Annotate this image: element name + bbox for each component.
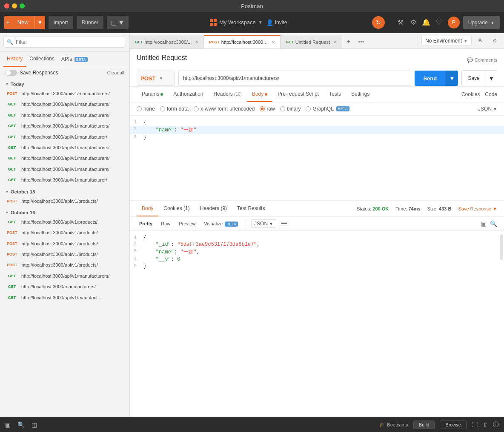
settings-icon[interactable]: ⚙ — [410, 19, 417, 26]
body-opt-binary[interactable]: binary — [280, 106, 301, 112]
eye-icon[interactable]: 👁 — [474, 35, 486, 47]
layout-bottom-icon[interactable]: ◫ — [32, 421, 37, 428]
send-button[interactable]: Send — [415, 71, 445, 86]
settings-env-icon[interactable]: ⚙ — [489, 35, 501, 47]
tab-collections[interactable]: Collections — [26, 51, 58, 67]
workspace-button[interactable]: My Workspace ▼ — [210, 19, 263, 26]
runner-button[interactable]: Runner — [77, 16, 103, 29]
sync-button[interactable]: ↻ — [372, 16, 385, 29]
search-input[interactable] — [3, 37, 126, 48]
save-button[interactable]: Save — [462, 71, 485, 86]
tab-body[interactable]: Body — [247, 87, 272, 102]
body-opt-form-data[interactable]: form-data — [160, 106, 189, 112]
save-dropdown-button[interactable]: ▼ — [486, 71, 497, 86]
new-button-label[interactable]: New — [13, 19, 33, 26]
new-button-arrow[interactable]: ▼ — [34, 16, 45, 29]
copy-response-button[interactable]: ▣ — [481, 220, 487, 227]
tab-tests[interactable]: Tests — [324, 87, 346, 102]
close-button[interactable] — [4, 3, 9, 9]
tab-post-active[interactable]: POST http://localhost:3000/... ✕ — [204, 35, 281, 48]
format-pretty-button[interactable]: Pretty — [137, 220, 155, 227]
list-item[interactable]: GET http://localhost:3000/api/v1/manufac… — [0, 175, 129, 185]
grid-icon[interactable]: ▣ — [5, 421, 11, 428]
list-item[interactable]: POST http://localhost:3000/api/v1/produc… — [0, 239, 129, 249]
list-item[interactable]: GET http://localhost:3000/api/v1/product… — [0, 217, 129, 227]
list-item[interactable]: GET http://localhost:3000/api/v1/manufac… — [0, 271, 129, 281]
close-tab-icon[interactable]: ✕ — [272, 40, 275, 45]
code-link[interactable]: Code — [485, 87, 497, 102]
request-body-editor[interactable]: 1 { 2 "name": "一加" 3 } — [130, 116, 504, 201]
list-item[interactable]: POST http://localhost:3000/api/v1/produc… — [0, 196, 129, 207]
bootcamp-button[interactable]: 🎓 Bootcamp — [379, 422, 408, 427]
list-item[interactable]: GET http://localhost:3000/api/v1/manufac… — [0, 121, 129, 131]
browse-button[interactable]: Browse — [440, 421, 467, 429]
tab-headers[interactable]: Headers (10) — [208, 87, 247, 102]
resp-tab-body[interactable]: Body — [137, 201, 158, 216]
group-header-oct16[interactable]: ▼ October 16 — [0, 207, 129, 217]
close-tab-icon[interactable]: ✕ — [195, 40, 198, 44]
list-item[interactable]: GET http://localhost:3000/api/v1/manufac… — [0, 293, 129, 303]
radio-none[interactable] — [137, 106, 142, 111]
list-item[interactable]: POST http://localhost:3000/api/v1/produc… — [0, 260, 129, 270]
radio-form-data[interactable] — [160, 106, 165, 111]
send-dropdown-button[interactable]: ▼ — [445, 71, 458, 86]
help-icon[interactable]: ⓘ — [493, 421, 499, 429]
tab-get-untitled[interactable]: GET Untitled Request ✕ — [281, 35, 342, 48]
wrench-icon[interactable]: ⚒ — [397, 19, 404, 26]
share-icon[interactable]: ⇧ — [483, 421, 488, 428]
list-item[interactable]: POST http://localhost:3000/api/v1/produc… — [0, 249, 129, 260]
new-button[interactable]: + New ▼ — [4, 16, 45, 29]
url-input[interactable] — [178, 71, 411, 86]
resp-tab-headers[interactable]: Headers (9) — [195, 201, 232, 216]
save-response-button[interactable]: Save Response ▼ — [458, 206, 497, 211]
body-opt-graphql[interactable]: GraphQL BETA — [306, 106, 349, 112]
method-selector[interactable]: POST ▼ — [137, 71, 175, 86]
comments-button[interactable]: 💬 Comments — [467, 57, 497, 63]
clear-all-button[interactable]: Clear all — [107, 70, 124, 75]
maximize-button[interactable] — [20, 3, 25, 9]
format-lines-icon[interactable] — [281, 221, 287, 227]
layout-button[interactable]: ◫ ▼ — [107, 16, 129, 29]
radio-graphql[interactable] — [306, 106, 311, 111]
radio-raw[interactable] — [260, 106, 265, 111]
tab-params[interactable]: Params — [137, 87, 168, 102]
tab-authorization[interactable]: Authorization — [168, 87, 208, 102]
list-item[interactable]: POST http://localhost:3000/api/v1/produc… — [0, 227, 129, 238]
resp-tab-cookies[interactable]: Cookies (1) — [158, 201, 195, 216]
group-header-today[interactable]: ▼ Today — [0, 78, 129, 88]
format-raw-button[interactable]: Raw — [158, 220, 173, 227]
cookies-link[interactable]: Cookies — [461, 87, 480, 102]
tab-apis[interactable]: APIs BETA — [58, 52, 91, 66]
more-tabs-button[interactable]: ••• — [355, 35, 367, 48]
tab-get-1[interactable]: GET http://localhost:3000/... ✕ — [130, 35, 204, 48]
list-item[interactable]: GET http://localhost:3000/api/v1/manufac… — [0, 132, 129, 142]
tab-history[interactable]: History — [3, 51, 26, 67]
bell-icon[interactable]: 🔔 — [422, 19, 430, 26]
save-responses-toggle[interactable] — [5, 70, 17, 76]
tab-pre-request-script[interactable]: Pre-request Script — [272, 87, 324, 102]
body-opt-raw[interactable]: raw — [260, 106, 275, 112]
build-button[interactable]: Build — [413, 421, 435, 429]
close-tab-icon[interactable]: ✕ — [333, 40, 337, 44]
search-bottom-icon[interactable]: 🔍 — [17, 421, 25, 428]
import-button[interactable]: Import — [49, 16, 73, 29]
body-opt-none[interactable]: none — [137, 106, 155, 112]
response-json-format-select[interactable]: JSON ▼ — [251, 219, 276, 228]
resp-tab-test-results[interactable]: Test Results — [232, 201, 270, 216]
search-response-button[interactable]: 🔍 — [490, 220, 497, 227]
format-preview-button[interactable]: Preview — [176, 220, 198, 227]
expand-icon[interactable]: ⛶ — [472, 421, 478, 428]
tab-settings[interactable]: Settings — [346, 87, 375, 102]
scrollbar[interactable] — [500, 234, 503, 260]
invite-button[interactable]: 👤 Invite — [266, 19, 287, 26]
format-visualize-button[interactable]: Visualize BETA — [201, 220, 241, 227]
list-item[interactable]: GET http://localhost:3000/api/v1/manufac… — [0, 142, 129, 153]
json-format-select[interactable]: JSON ▼ — [478, 106, 497, 112]
upgrade-button[interactable]: Upgrade ▼ — [463, 16, 500, 29]
heart-icon[interactable]: ♡ — [435, 19, 443, 26]
list-item[interactable]: GET http://localhost:3000/api/v1/manufac… — [0, 164, 129, 175]
radio-urlencoded[interactable] — [194, 106, 199, 111]
add-tab-button[interactable]: + — [342, 35, 355, 48]
list-item[interactable]: GET http://localhost:3000/manufacturers/ — [0, 281, 129, 292]
list-item[interactable]: GET http://localhost:3000/api/v1/manufac… — [0, 153, 129, 164]
